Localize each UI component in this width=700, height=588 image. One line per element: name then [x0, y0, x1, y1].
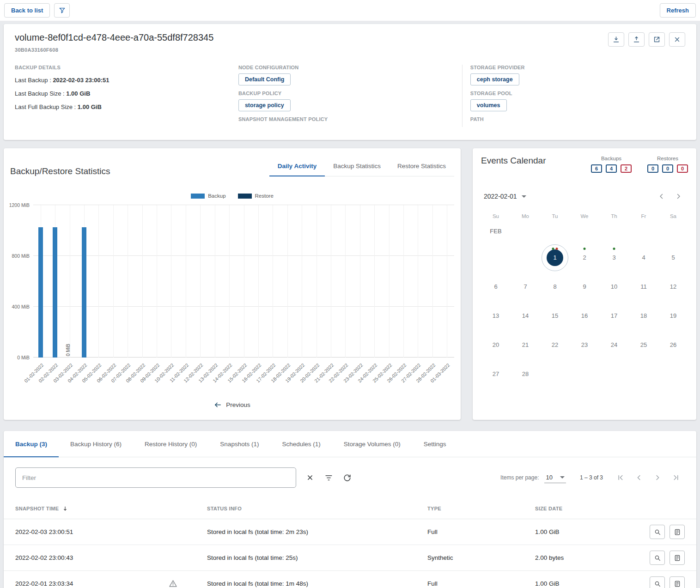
gridline [258, 205, 259, 358]
next-page-button[interactable] [648, 468, 667, 487]
calendar-day[interactable]: 20 [481, 330, 511, 359]
calendar-day[interactable]: 14 [511, 301, 540, 330]
calendar-day[interactable]: 7 [511, 272, 540, 301]
topbar: Back to list Refresh [0, 0, 700, 21]
previous-period-button[interactable]: Previous [4, 396, 461, 420]
gridline [432, 205, 433, 358]
snapshot-time-cell: 2022-02-02 23:00:43 [15, 554, 207, 561]
calendar-day[interactable]: 6 [481, 272, 511, 301]
calendar-day[interactable]: 24 [599, 330, 629, 359]
details-tabs: Backup (3)Backup History (6)Restore Hist… [4, 431, 696, 457]
column-header-type[interactable]: TYPE [427, 506, 535, 511]
storage-pool-chip[interactable]: volumes [470, 99, 507, 111]
gridline [128, 205, 128, 358]
report-icon [674, 554, 681, 562]
calendar-day[interactable]: 16 [570, 301, 599, 330]
reload-table-button[interactable] [339, 469, 355, 486]
backup-policy-chip[interactable]: storage policy [238, 99, 291, 111]
calendar-day[interactable]: 18 [629, 301, 658, 330]
back-to-list-button[interactable]: Back to list [4, 3, 50, 18]
filter-button[interactable] [54, 3, 70, 18]
tab-settings[interactable]: Settings [412, 431, 458, 457]
detail-value: 2022-02-03 23:00:51 [53, 77, 109, 84]
column-header-snapshot-time[interactable]: SNAPSHOT TIME [15, 505, 207, 512]
first-page-icon [616, 473, 625, 482]
calendar-prev-button[interactable] [655, 189, 669, 203]
restore-button[interactable] [628, 32, 645, 47]
refresh-icon [343, 473, 352, 482]
calendar-day[interactable]: 25 [629, 330, 658, 359]
calendar-next-button[interactable] [671, 189, 685, 203]
tab-storage-volumes-0[interactable]: Storage Volumes (0) [332, 431, 412, 457]
tab-restore-history-0[interactable]: Restore History (0) [133, 431, 208, 457]
filter-input[interactable] [22, 474, 289, 481]
day-of-week-label: Th [599, 213, 629, 219]
calendar-day[interactable]: 13 [481, 301, 511, 330]
export-button[interactable] [649, 32, 665, 47]
calendar-day[interactable]: 10 [599, 272, 629, 301]
calendar-day[interactable]: 11 [629, 272, 658, 301]
tab-daily-activity[interactable]: Daily Activity [269, 156, 325, 176]
calendar-day[interactable]: 2 [570, 243, 599, 272]
column-filter-button[interactable] [320, 469, 337, 486]
backup-restore-statistics-card: Backup/Restore Statistics Daily Activity… [4, 148, 461, 420]
calendar-day[interactable]: 15 [540, 301, 570, 330]
day-of-week-label: Sa [658, 213, 688, 219]
tab-schedules-1[interactable]: Schedules (1) [270, 431, 332, 457]
day-of-week-label: We [570, 213, 599, 219]
close-button[interactable] [669, 32, 685, 47]
calendar-day[interactable]: 21 [511, 330, 540, 359]
column-header-status-info[interactable]: STATUS INFO [207, 506, 427, 511]
calendar-day[interactable]: 1 [540, 243, 570, 272]
page-size-select[interactable]: 10 [544, 472, 566, 483]
calendar-day[interactable]: 17 [599, 301, 629, 330]
report-icon [674, 528, 681, 536]
calendar-grid: FEB1234567891011121314151617181920212223… [481, 219, 688, 388]
empty-cell [481, 243, 511, 272]
calendar-day[interactable]: 19 [658, 301, 688, 330]
preview-button[interactable] [650, 525, 665, 539]
tab-snapshots-1[interactable]: Snapshots (1) [208, 431, 270, 457]
calendar-day[interactable]: 5 [658, 243, 688, 272]
snapshot-time-cell: 2022-02-03 23:00:51 [15, 528, 207, 535]
prev-page-button[interactable] [630, 468, 648, 487]
calendar-date-select[interactable]: 2022-02-01 [484, 193, 526, 200]
calendar-day[interactable]: 9 [570, 272, 599, 301]
preview-button[interactable] [650, 551, 665, 565]
table-row[interactable]: 2022-02-03 23:00:51Stored in local fs (t… [4, 519, 696, 545]
tab-backup-3[interactable]: Backup (3) [4, 431, 59, 457]
calendar-day[interactable]: 22 [540, 330, 570, 359]
backup-size: 1.00 GiB [535, 580, 646, 587]
filter-field[interactable] [15, 467, 296, 488]
calendar-day[interactable]: 23 [570, 330, 599, 359]
calendar-day[interactable]: 4 [629, 243, 658, 272]
calendar-day[interactable]: 27 [481, 359, 511, 388]
table-row[interactable]: 2022-02-02 23:00:43Stored in local fs (t… [4, 545, 696, 571]
last-page-button[interactable] [667, 468, 685, 487]
first-page-button[interactable] [611, 468, 630, 487]
column-label: SNAPSHOT TIME [15, 506, 59, 511]
calendar-day[interactable]: 12 [658, 272, 688, 301]
node-configuration-chip[interactable]: Default Config [238, 73, 291, 85]
calendar-day[interactable]: 8 [540, 272, 570, 301]
upload-icon [633, 36, 640, 43]
day-number: 18 [640, 312, 647, 319]
calendar-day[interactable]: 26 [658, 330, 688, 359]
download-button[interactable] [608, 32, 624, 47]
column-header-size-date[interactable]: SIZE DATE [535, 506, 646, 511]
preview-button[interactable] [650, 576, 665, 588]
refresh-button[interactable]: Refresh [660, 3, 696, 18]
storage-provider-chip[interactable]: ceph storage [470, 73, 519, 85]
calendar-day[interactable]: 28 [511, 359, 540, 388]
tab-backup-history-6[interactable]: Backup History (6) [59, 431, 133, 457]
row-actions [646, 525, 685, 539]
clear-filter-button[interactable] [302, 469, 318, 486]
day-number: 20 [493, 341, 499, 348]
report-button[interactable] [670, 525, 685, 539]
tab-backup-statistics[interactable]: Backup Statistics [325, 156, 389, 176]
calendar-day[interactable]: 3 [599, 243, 629, 272]
report-button[interactable] [670, 551, 685, 565]
tab-restore-statistics[interactable]: Restore Statistics [389, 156, 454, 176]
table-row[interactable]: 2022-02-01 23:03:34Stored in local fs (t… [4, 571, 696, 588]
report-button[interactable] [670, 576, 685, 588]
